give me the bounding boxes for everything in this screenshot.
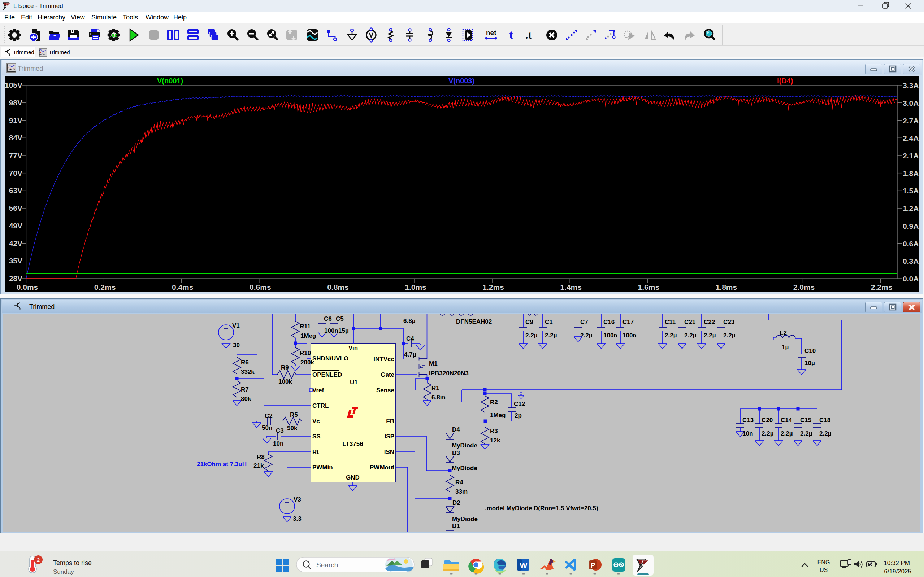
svg-text:49V: 49V — [9, 222, 23, 230]
svg-text:10n: 10n — [742, 430, 753, 437]
svg-text:0.0A: 0.0A — [903, 275, 919, 283]
svg-text:50k: 50k — [287, 425, 297, 432]
svg-text:35V: 35V — [9, 256, 23, 265]
svg-text:Vc: Vc — [312, 418, 320, 425]
svg-text:PWMin: PWMin — [312, 464, 333, 471]
svg-text:Sense: Sense — [376, 387, 394, 394]
svg-text:ENG: ENG — [817, 559, 830, 566]
svg-text:D2: D2 — [452, 500, 460, 506]
svg-text:C3: C3 — [276, 427, 284, 434]
svg-text:US: US — [820, 567, 828, 573]
svg-text:W: W — [520, 561, 528, 570]
svg-text:SHDN/UVLO: SHDN/UVLO — [312, 355, 349, 362]
svg-text:R5: R5 — [290, 411, 298, 418]
svg-text:R4: R4 — [456, 479, 463, 486]
svg-text:SS: SS — [312, 433, 321, 440]
svg-text:2.2µ: 2.2µ — [665, 332, 677, 339]
svg-text:1Meg: 1Meg — [300, 332, 316, 339]
svg-text:1.5A: 1.5A — [903, 187, 919, 195]
svg-text:C13: C13 — [742, 417, 754, 424]
svg-text:GND: GND — [346, 474, 360, 481]
svg-text:OPENLED: OPENLED — [312, 371, 342, 378]
svg-text:42V: 42V — [9, 239, 23, 248]
svg-text:2p: 2p — [515, 412, 522, 419]
svg-text:V3: V3 — [294, 496, 301, 503]
svg-text:2.2µ: 2.2µ — [761, 430, 774, 437]
svg-text:80k: 80k — [241, 395, 251, 402]
svg-text:C18: C18 — [819, 417, 830, 424]
svg-text:ISN: ISN — [384, 448, 394, 455]
svg-text:Rt: Rt — [312, 448, 319, 455]
svg-text:Gate: Gate — [381, 371, 394, 378]
svg-text:2: 2 — [37, 557, 40, 563]
svg-text:1.2ms: 1.2ms — [482, 283, 504, 291]
svg-text:105V: 105V — [5, 81, 23, 89]
svg-text:0.2ms: 0.2ms — [94, 283, 116, 291]
svg-text:100n: 100n — [622, 332, 636, 339]
svg-text:LT3756: LT3756 — [342, 441, 363, 448]
svg-text:C16: C16 — [603, 319, 615, 326]
svg-text:C9: C9 — [525, 319, 533, 326]
svg-text:.t: .t — [525, 29, 532, 41]
svg-text:1.6ms: 1.6ms — [638, 283, 660, 291]
svg-text:3.0A: 3.0A — [903, 99, 919, 107]
svg-text:10n: 10n — [273, 440, 283, 447]
svg-text:Sunday: Sunday — [53, 568, 74, 575]
svg-text:2.2µ: 2.2µ — [580, 332, 592, 339]
svg-text:50n: 50n — [262, 424, 272, 431]
svg-text:1.8A: 1.8A — [903, 169, 919, 177]
svg-text:C1: C1 — [545, 319, 553, 326]
svg-text:6.8m: 6.8m — [431, 394, 446, 401]
svg-text:70V: 70V — [9, 169, 23, 177]
svg-text:0.6ms: 0.6ms — [249, 283, 271, 291]
svg-text:2.0ms: 2.0ms — [793, 283, 815, 291]
svg-text:D3: D3 — [452, 450, 460, 456]
svg-text:V(n003): V(n003) — [449, 77, 475, 85]
svg-text:.ac: .ac — [110, 32, 118, 38]
svg-text:21k: 21k — [254, 462, 264, 469]
svg-text:1.2A: 1.2A — [903, 204, 919, 213]
svg-text:98V: 98V — [9, 98, 23, 107]
svg-text:Search: Search — [316, 561, 338, 569]
svg-text:C11: C11 — [665, 319, 675, 326]
svg-text:C12: C12 — [514, 401, 525, 408]
svg-text:INTVcc: INTVcc — [373, 356, 394, 363]
svg-text:6.8µ: 6.8µ — [403, 318, 415, 324]
svg-text:1µ: 1µ — [782, 344, 788, 351]
svg-text:C20: C20 — [761, 417, 773, 424]
svg-text:2.2µ: 2.2µ — [800, 430, 812, 437]
svg-text:L2: L2 — [780, 329, 787, 336]
svg-text:33m: 33m — [456, 488, 468, 495]
svg-text:C15: C15 — [800, 417, 811, 424]
svg-text:0.8ms: 0.8ms — [327, 283, 349, 291]
svg-text:1.0ms: 1.0ms — [405, 283, 426, 291]
svg-text:C2: C2 — [265, 413, 273, 419]
svg-text:0.3A: 0.3A — [903, 257, 919, 265]
svg-text:R6: R6 — [241, 359, 249, 366]
svg-text:C17: C17 — [622, 319, 634, 326]
svg-text:C10: C10 — [804, 348, 816, 355]
svg-text:MyDiode: MyDiode — [452, 465, 477, 472]
svg-text:1Meg: 1Meg — [490, 412, 506, 419]
svg-text:R8: R8 — [257, 454, 265, 461]
svg-text:2.7A: 2.7A — [903, 116, 919, 125]
svg-text:D1: D1 — [452, 522, 460, 529]
svg-text:4.7µ: 4.7µ — [404, 351, 416, 358]
svg-text:C14: C14 — [781, 417, 792, 424]
svg-text:28V: 28V — [9, 274, 23, 282]
svg-text:R9: R9 — [281, 364, 289, 371]
svg-text:C6: C6 — [324, 315, 332, 322]
svg-text:C23: C23 — [723, 319, 735, 326]
svg-text:2.2µ: 2.2µ — [545, 332, 557, 339]
svg-text:0.6A: 0.6A — [903, 240, 919, 248]
svg-text:C21: C21 — [684, 319, 695, 326]
svg-text:30: 30 — [233, 342, 240, 348]
svg-text:10:32 PM: 10:32 PM — [884, 560, 910, 567]
svg-text:100n: 100n — [603, 332, 617, 339]
svg-text:DFN5EAH02: DFN5EAH02 — [456, 318, 492, 325]
svg-text:V1: V1 — [232, 322, 240, 329]
svg-text:2.2ms: 2.2ms — [871, 283, 893, 291]
svg-text:Vref: Vref — [312, 387, 324, 394]
svg-text:2.2µ: 2.2µ — [704, 332, 716, 339]
svg-text:100n: 100n — [324, 327, 338, 334]
